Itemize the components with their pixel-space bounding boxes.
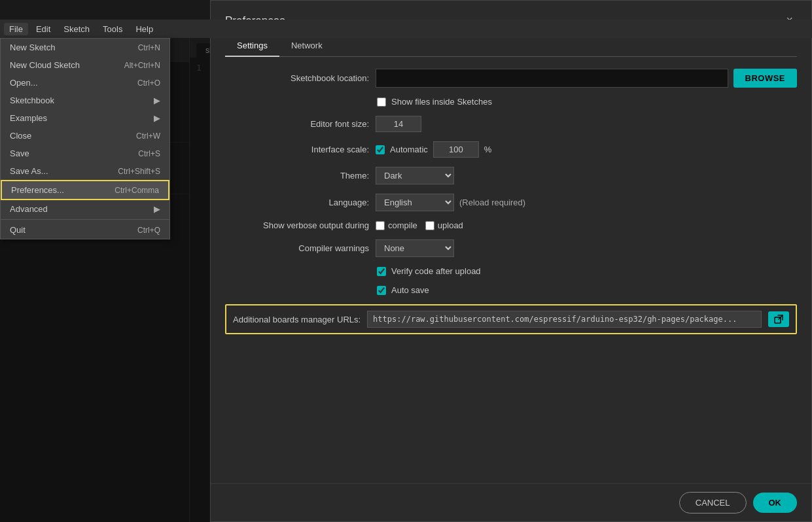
pref-control-language: English Deutsch Español Français (Reload… xyxy=(376,194,797,211)
menu-item-open[interactable]: Open... Ctrl+O xyxy=(1,74,169,92)
additional-boards-input[interactable] xyxy=(367,311,762,328)
external-link-icon xyxy=(774,315,783,324)
menu-item-save[interactable]: Save Ctrl+S xyxy=(1,145,169,162)
auto-save-checkbox[interactable] xyxy=(377,286,386,295)
pref-control-verbose: compile upload xyxy=(376,220,797,230)
scale-value-input[interactable] xyxy=(433,141,479,158)
menu-item-new-cloud-sketch[interactable]: New Cloud Sketch Alt+Ctrl+N xyxy=(1,56,169,74)
pref-row-auto-save: Auto save xyxy=(225,285,797,295)
dialog-footer: CANCEL OK xyxy=(211,483,811,521)
compiler-warnings-select[interactable]: None Default More All xyxy=(376,239,454,257)
pref-control-theme: Dark Light xyxy=(376,167,797,184)
menu-file[interactable]: File xyxy=(4,23,28,35)
verbose-upload-item: upload xyxy=(425,220,463,230)
additional-boards-label: Additional boards manager URLs: xyxy=(233,315,361,324)
pref-label-interface-scale: Interface scale: xyxy=(225,145,369,154)
menu-item-examples[interactable]: Examples ▶ xyxy=(1,109,169,127)
menu-item-preferences[interactable]: Preferences... Ctrl+Comma xyxy=(1,180,169,200)
pref-row-font-size: Editor font size: 14 xyxy=(225,116,797,132)
tab-settings[interactable]: Settings xyxy=(225,35,279,57)
verbose-upload-label: upload xyxy=(438,220,463,230)
file-dropdown-menu: New Sketch Ctrl+N New Cloud Sketch Alt+C… xyxy=(0,38,170,239)
menu-item-new-sketch[interactable]: New Sketch Ctrl+N xyxy=(1,39,169,56)
pref-row-theme: Theme: Dark Light xyxy=(225,167,797,184)
pref-label-compiler-warnings: Compiler warnings xyxy=(225,243,369,253)
additional-boards-row: Additional boards manager URLs: xyxy=(225,304,797,334)
scale-unit-label: % xyxy=(484,145,492,154)
theme-select[interactable]: Dark Light xyxy=(376,167,454,184)
pref-row-show-files: Show files inside Sketches xyxy=(225,97,797,107)
pref-row-compiler-warnings: Compiler warnings None Default More All xyxy=(225,239,797,257)
pref-label-sketchbook: Sketchbook location: xyxy=(225,73,369,83)
pref-control-interface-scale: Automatic % xyxy=(376,141,797,158)
verbose-upload-checkbox[interactable] xyxy=(425,221,434,230)
menu-sketch[interactable]: Sketch xyxy=(58,23,95,35)
language-select[interactable]: English Deutsch Español Français xyxy=(376,194,454,211)
menu-edit[interactable]: Edit xyxy=(31,23,56,35)
menu-item-sketchbook[interactable]: Sketchbook ▶ xyxy=(1,92,169,109)
tab-network[interactable]: Network xyxy=(279,35,334,57)
auto-save-label: Auto save xyxy=(391,285,429,295)
menu-item-advanced[interactable]: Advanced ▶ xyxy=(1,200,169,218)
menu-help[interactable]: Help xyxy=(130,23,158,35)
pref-label-theme: Theme: xyxy=(225,171,369,181)
pref-control-font-size: 14 xyxy=(376,116,797,132)
pref-row-verify-code: Verify code after upload xyxy=(225,266,797,276)
cancel-button[interactable]: CANCEL xyxy=(679,492,747,513)
show-files-checkbox[interactable] xyxy=(377,97,386,107)
verbose-compile-checkbox[interactable] xyxy=(376,221,385,230)
menu-tools[interactable]: Tools xyxy=(97,23,128,35)
menu-separator xyxy=(1,219,169,220)
additional-boards-link-icon-button[interactable] xyxy=(768,311,789,327)
show-files-label: Show files inside Sketches xyxy=(391,97,492,107)
pref-control-compiler-warnings: None Default More All xyxy=(376,239,797,257)
pref-row-verbose: Show verbose output during compile uploa… xyxy=(225,220,797,230)
menu-item-save-as[interactable]: Save As... Ctrl+Shift+S xyxy=(1,162,169,180)
dialog-tabs: Settings Network xyxy=(225,35,797,57)
automatic-scale-checkbox[interactable] xyxy=(376,145,385,154)
pref-label-language: Language: xyxy=(225,198,369,207)
language-reload-note: (Reload required) xyxy=(459,198,525,207)
verify-code-checkbox[interactable] xyxy=(377,267,386,276)
pref-row-language: Language: English Deutsch Español França… xyxy=(225,194,797,211)
preferences-dialog: Preferences × Settings Network Sketchboo… xyxy=(210,0,812,522)
verbose-compile-label: compile xyxy=(388,220,417,230)
menu-item-quit[interactable]: Quit Ctrl+Q xyxy=(1,221,169,239)
pref-control-sketchbook: BROWSE xyxy=(376,69,797,88)
menu-bar: File Edit Sketch Tools Help xyxy=(0,20,812,38)
dialog-body: Sketchbook location: BROWSE Show files i… xyxy=(211,57,811,483)
verbose-check-group: compile upload xyxy=(376,220,463,230)
pref-label-verbose: Show verbose output during xyxy=(225,220,369,230)
font-size-input[interactable]: 14 xyxy=(376,116,421,132)
verbose-compile-item: compile xyxy=(376,220,417,230)
browse-button[interactable]: BROWSE xyxy=(733,69,798,88)
menu-item-close[interactable]: Close Ctrl+W xyxy=(1,127,169,145)
verify-code-label: Verify code after upload xyxy=(391,266,481,276)
pref-label-font-size: Editor font size: xyxy=(225,119,369,129)
pref-row-interface-scale: Interface scale: Automatic % xyxy=(225,141,797,158)
ok-button[interactable]: OK xyxy=(753,493,798,513)
automatic-scale-label: Automatic xyxy=(390,145,428,154)
sketchbook-location-input[interactable] xyxy=(376,69,728,88)
pref-row-sketchbook: Sketchbook location: BROWSE xyxy=(225,69,797,88)
